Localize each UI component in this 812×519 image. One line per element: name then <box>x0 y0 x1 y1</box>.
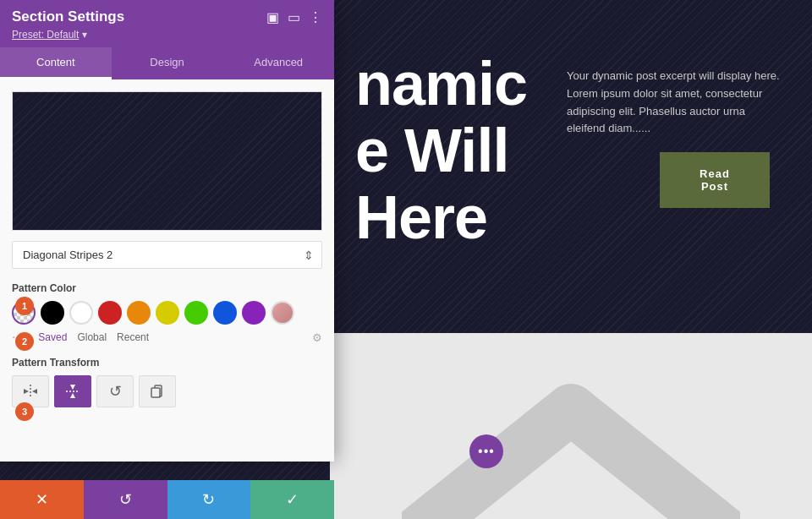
color-green[interactable] <box>184 301 208 325</box>
pattern-color-label: Pattern Color <box>12 282 322 294</box>
pattern-select-row: Diagonal Stripes 2 ⇕ <box>12 241 322 269</box>
pattern-transform-label: Pattern Transform <box>12 357 322 369</box>
global-tab[interactable]: Global <box>77 331 107 343</box>
action-bar: ✕ ↺ ↻ ✓ <box>0 480 334 519</box>
color-custom[interactable] <box>271 301 294 325</box>
flip-vertical-button[interactable] <box>54 375 91 407</box>
svg-marker-4 <box>70 385 75 390</box>
color-black[interactable] <box>41 301 64 325</box>
color-swatches <box>12 301 322 325</box>
settings-panel: Section Settings ▣ ▭ ⋮ Preset: Default ▾… <box>0 0 334 462</box>
fullscreen-icon[interactable]: ▣ <box>266 9 279 25</box>
copy-button[interactable] <box>139 375 176 407</box>
preset-row[interactable]: Preset: Default ▾ <box>12 29 322 47</box>
color-saved-row: ··· Saved Global Recent ⚙ <box>12 330 322 345</box>
tab-design[interactable]: Design <box>112 47 223 79</box>
saved-tab[interactable]: Saved <box>38 331 67 343</box>
panel-title: Section Settings <box>12 8 124 25</box>
pattern-color-section: Pattern Color ··· Saved Global Recent ⚙ <box>12 282 322 345</box>
reset-button[interactable]: ↺ <box>96 375 134 407</box>
save-button[interactable]: ✓ <box>250 480 334 519</box>
step-3-badge: 3 <box>15 402 34 421</box>
tab-content[interactable]: Content <box>0 47 112 79</box>
panel-header: Section Settings ▣ ▭ ⋮ Preset: Default ▾ <box>0 0 334 47</box>
color-blue[interactable] <box>213 301 237 325</box>
panel-title-row: Section Settings ▣ ▭ ⋮ <box>12 8 322 29</box>
color-red[interactable] <box>98 301 122 325</box>
post-excerpt: Your dynamic post excerpt will display h… <box>567 68 787 138</box>
redo-button[interactable]: ↻ <box>167 480 251 519</box>
pattern-transform-section: Pattern Transform <box>12 357 322 407</box>
tab-advanced[interactable]: Advanced <box>222 47 334 79</box>
pattern-preview <box>12 91 322 231</box>
panel-header-icons: ▣ ▭ ⋮ <box>266 9 322 25</box>
transform-buttons: ↺ <box>12 375 322 407</box>
undo-button[interactable]: ↺ <box>84 480 167 519</box>
more-options-icon[interactable]: ⋮ <box>309 9 322 25</box>
color-purple[interactable] <box>242 301 266 325</box>
floating-dots-button[interactable]: ••• <box>469 434 503 468</box>
svg-rect-6 <box>151 388 160 397</box>
color-settings-icon[interactable]: ⚙ <box>312 331 322 344</box>
cancel-button[interactable]: ✕ <box>0 480 84 519</box>
color-white[interactable] <box>69 301 93 325</box>
flip-horizontal-button[interactable] <box>12 375 49 407</box>
pattern-dropdown[interactable]: Diagonal Stripes 2 <box>12 241 322 269</box>
svg-marker-1 <box>24 389 29 394</box>
svg-marker-5 <box>70 393 75 398</box>
panel-tabs: Content Design Advanced <box>0 47 334 79</box>
bottom-area <box>330 333 812 519</box>
chevron-shape <box>402 358 740 519</box>
recent-tab[interactable]: Recent <box>117 331 149 343</box>
step-2-badge: 2 <box>15 332 34 351</box>
color-orange[interactable] <box>127 301 151 325</box>
panel-body: Diagonal Stripes 2 ⇕ Pattern Color <box>0 79 334 462</box>
grid-icon[interactable]: ▭ <box>288 9 300 25</box>
read-post-button[interactable]: Read Post <box>660 152 770 208</box>
step-1-badge: 1 <box>15 297 34 315</box>
svg-marker-2 <box>32 389 37 394</box>
pattern-select-wrapper: Diagonal Stripes 2 ⇕ <box>12 241 322 269</box>
color-yellow[interactable] <box>156 301 179 325</box>
